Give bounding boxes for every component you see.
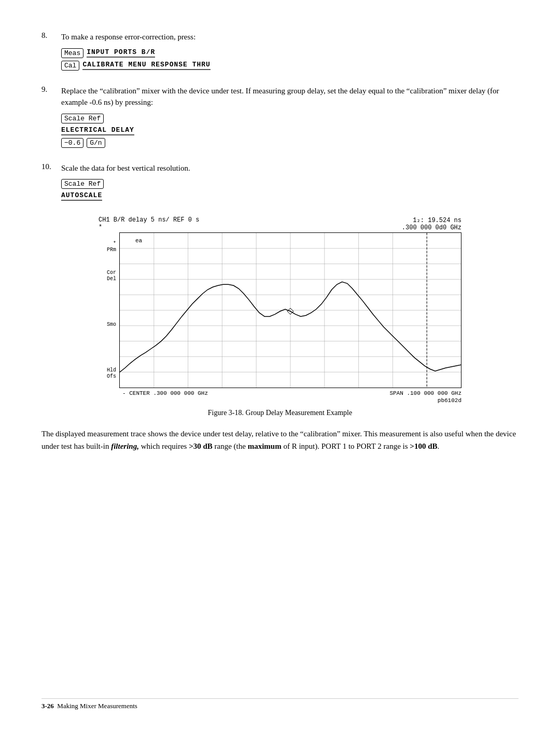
key-sequence: Scale RefAUTOSCALE	[61, 179, 519, 201]
step-content: Replace the “calibration” mixer with the…	[61, 85, 519, 153]
step-block: 9.Replace the “calibration” mixer with t…	[41, 85, 519, 153]
footer-text: Making Mixer Measurements	[54, 702, 137, 710]
chart-header-line1: CH1 B/R delay 5 ns/ REF 0 s	[99, 216, 199, 224]
chart-header: CH1 B/R delay 5 ns/ REF 0 s * 1₂: 19.524…	[99, 216, 461, 231]
bold-text: maximum	[248, 442, 282, 450]
step-block: 10.Scale the data for best vertical reso…	[41, 162, 519, 206]
step-block: 8.To make a response error-correction, p…	[41, 31, 519, 76]
chart-svg: ea	[120, 233, 461, 388]
key-row: ELECTRICAL DELAY	[61, 126, 519, 135]
page-number: 3-26	[41, 702, 54, 710]
step-content: Scale the data for best vertical resolut…	[61, 162, 519, 206]
chart-ref-code: pb6102d	[99, 397, 461, 404]
bold-text: >100 dB	[410, 442, 437, 450]
key-button: Scale Ref	[61, 179, 104, 189]
chart-center-freq: - CENTER .300 000 000 GHz	[122, 390, 208, 396]
key-sequence: Scale RefELECTRICAL DELAY−0.6G/n	[61, 114, 519, 148]
key-label: AUTOSCALE	[61, 191, 102, 201]
step-content: To make a response error-correction, pre…	[61, 31, 519, 76]
key-label: CALIBRATE MENU RESPONSE THRU	[82, 61, 210, 70]
step-text: Replace the “calibration” mixer with the…	[61, 85, 519, 108]
chart-y-axis-labels: *PRm CorDel Smo HldOfs	[99, 232, 119, 388]
chart-area: CH1 B/R delay 5 ns/ REF 0 s * 1₂: 19.524…	[99, 216, 461, 404]
chart-header-star: *	[99, 224, 199, 231]
step-number: 8.	[41, 31, 61, 76]
key-sequence: MeasINPUT PORTS B/RCalCALIBRATE MENU RES…	[61, 48, 519, 71]
key-button: Meas	[61, 48, 83, 58]
chart-span-freq: SPAN .100 000 000 GHz	[389, 390, 461, 396]
key-label: ELECTRICAL DELAY	[61, 126, 134, 135]
chart-marker-value: 1₂: 19.524 ns	[402, 216, 461, 224]
key-row: −0.6G/n	[61, 138, 519, 148]
bold-italic-text: filtering,	[111, 442, 139, 450]
svg-text:ea: ea	[135, 238, 143, 244]
bold-text: >30 dB	[189, 442, 213, 450]
key-button: Scale Ref	[61, 114, 104, 123]
chart-footer: - CENTER .300 000 000 GHz SPAN .100 000 …	[99, 390, 461, 396]
step-text: Scale the data for best vertical resolut…	[61, 162, 519, 174]
key-button: G/n	[87, 138, 105, 148]
key-row: CalCALIBRATE MENU RESPONSE THRU	[61, 61, 519, 71]
step-number: 10.	[41, 162, 61, 206]
page-footer: 3-26 Making Mixer Measurements	[41, 698, 519, 710]
key-row: MeasINPUT PORTS B/R	[61, 48, 519, 58]
key-row: AUTOSCALE	[61, 191, 519, 201]
step-text: To make a response error-correction, pre…	[61, 31, 519, 43]
key-button: Cal	[61, 61, 79, 71]
step-number: 9.	[41, 85, 61, 153]
key-row: Scale Ref	[61, 179, 519, 189]
key-row: Scale Ref	[61, 114, 519, 123]
body-paragraph: The displayed measurement trace shows th…	[41, 427, 519, 452]
chart-marker-freq: .300 000 0d0 GHz	[402, 224, 461, 231]
key-button: −0.6	[61, 138, 83, 148]
figure-caption: Figure 3-18. Group Delay Measurement Exa…	[41, 409, 519, 417]
chart-plot: ea	[119, 232, 461, 388]
key-label: INPUT PORTS B/R	[87, 48, 155, 58]
